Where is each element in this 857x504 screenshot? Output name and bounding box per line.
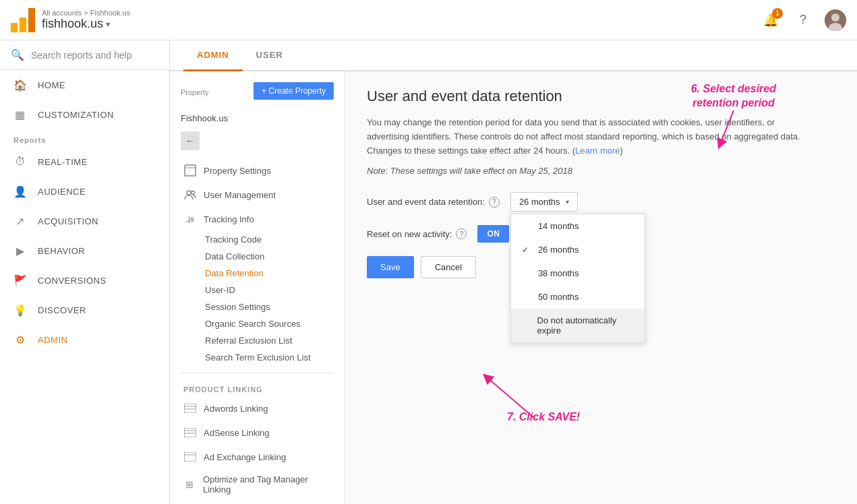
notifications-button[interactable]: 🔔 1 xyxy=(760,9,781,31)
data-collection-item[interactable]: Data Collection xyxy=(202,248,334,265)
retention-help-icon[interactable]: ? xyxy=(489,197,500,208)
learn-more-link[interactable]: Learn more xyxy=(575,146,620,156)
svg-rect-7 xyxy=(184,404,196,413)
organic-search-sources-item[interactable]: Organic Search Sources xyxy=(202,315,334,332)
user-management-icon xyxy=(183,188,197,201)
search-placeholder: Search reports and help xyxy=(31,50,131,61)
content-area: Property + Create Property Fishhook.us ←… xyxy=(170,71,857,504)
svg-rect-3 xyxy=(185,165,196,176)
toggle-on-button[interactable]: ON xyxy=(477,225,509,243)
sidebar-item-admin[interactable]: ⚙ ADMIN xyxy=(0,325,169,354)
sidebar-item-home[interactable]: 🏠 HOME xyxy=(0,70,169,100)
data-retention-item[interactable]: Data Retention xyxy=(202,265,334,282)
property-settings-item[interactable]: Property Settings xyxy=(181,158,334,183)
tab-user[interactable]: USER xyxy=(243,40,297,71)
topbar: All accounts > Fishhook.us fishhook.us ▾… xyxy=(0,0,857,40)
sidebar-item-behavior[interactable]: ▶ BEHAVIOR xyxy=(0,236,169,265)
notification-badge: 1 xyxy=(772,8,783,19)
adwords-icon xyxy=(183,402,197,415)
option-14m[interactable]: 14 months xyxy=(511,214,645,238)
note-text: Note: These settings will take effect on… xyxy=(367,166,835,176)
topbar-left: All accounts > Fishhook.us fishhook.us ▾ xyxy=(11,8,130,32)
avatar[interactable] xyxy=(825,9,846,31)
svg-rect-10 xyxy=(184,428,196,437)
ga-logo xyxy=(11,8,35,32)
svg-line-16 xyxy=(487,377,534,418)
right-panel: 6. Select desiredretention period User a… xyxy=(345,71,857,504)
user-management-item[interactable]: User Management xyxy=(181,183,334,207)
retention-label: User and event data retention: ? xyxy=(367,197,500,208)
sidebar-item-realtime[interactable]: ⏱ REAL-TIME xyxy=(0,147,169,177)
option-never[interactable]: Do not automatically expire xyxy=(511,309,645,342)
optimize-icon: ⊞ xyxy=(183,478,196,491)
panel-description: You may change the retention period for … xyxy=(367,116,812,158)
back-button[interactable]: ← xyxy=(181,131,200,150)
adwords-linking-item[interactable]: Adwords Linking xyxy=(181,396,334,420)
help-button[interactable]: ? xyxy=(792,9,814,31)
svg-rect-13 xyxy=(184,452,196,462)
reset-label: Reset on new activity: ? xyxy=(367,228,467,239)
reports-section-label: Reports xyxy=(0,129,169,147)
admin-tabs: ADMIN USER xyxy=(170,40,857,71)
acquisition-icon: ↗ xyxy=(13,214,27,228)
save-button[interactable]: Save xyxy=(367,256,414,278)
ad-exchange-icon xyxy=(183,450,197,464)
annotation-step7: 7. Click SAVE! xyxy=(507,411,580,423)
option-50m[interactable]: 50 months xyxy=(511,285,645,309)
sidebar-item-customization[interactable]: ▦ CUSTOMIZATION xyxy=(0,100,169,129)
account-name[interactable]: fishhook.us ▾ xyxy=(42,17,130,31)
optimize-tag-manager-item[interactable]: ⊞ Optimize and Tag Manager Linking xyxy=(181,469,334,500)
panel-title: User and event data retention xyxy=(367,88,835,105)
session-settings-item[interactable]: Session Settings xyxy=(202,298,334,315)
annotation-step7-arrow xyxy=(480,364,561,418)
product-linking-header: PRODUCT LINKING xyxy=(181,380,334,396)
svg-point-6 xyxy=(191,191,195,195)
customization-icon: ▦ xyxy=(13,108,27,121)
search-term-exclusion-item[interactable]: Search Term Exclusion List xyxy=(202,349,334,366)
referral-exclusion-list-item[interactable]: Referral Exclusion List xyxy=(202,332,334,349)
sidebar: 🔍 Search reports and help 🏠 HOME ▦ CUSTO… xyxy=(0,40,170,504)
option-38m[interactable]: 38 months xyxy=(511,261,645,285)
reset-help-icon[interactable]: ? xyxy=(456,228,467,239)
retention-setting-row: User and event data retention: ? 26 mont… xyxy=(367,192,835,212)
create-property-button[interactable]: + Create Property xyxy=(254,82,334,100)
property-panel: Property + Create Property Fishhook.us ←… xyxy=(170,71,345,504)
tracking-info-icon: .js xyxy=(183,212,197,226)
search-icon: 🔍 xyxy=(11,49,24,61)
tracking-info-item[interactable]: .js Tracking Info xyxy=(181,207,334,231)
sidebar-item-conversions[interactable]: 🚩 CONVERSIONS xyxy=(0,265,169,295)
retention-dropdown-button[interactable]: 26 months ▾ xyxy=(510,192,578,212)
topbar-right: 🔔 1 ? xyxy=(760,9,846,31)
sidebar-item-acquisition[interactable]: ↗ ACQUISITION xyxy=(0,206,169,236)
layout: 🔍 Search reports and help 🏠 HOME ▦ CUSTO… xyxy=(0,40,857,504)
account-info: All accounts > Fishhook.us fishhook.us ▾ xyxy=(42,9,130,31)
discover-icon: 💡 xyxy=(13,303,27,317)
user-id-item[interactable]: User-ID xyxy=(202,282,334,298)
adsense-icon xyxy=(183,426,197,439)
property-name: Fishhook.us xyxy=(181,113,334,123)
option-26m[interactable]: ✓ 26 months xyxy=(511,238,645,261)
property-label: Property xyxy=(181,88,209,96)
sidebar-item-discover[interactable]: 💡 DISCOVER xyxy=(0,295,169,325)
ad-exchange-linking-item[interactable]: Ad Exchange Linking xyxy=(181,445,334,469)
sidebar-item-audience[interactable]: 👤 AUDIENCE xyxy=(0,177,169,206)
tab-admin[interactable]: ADMIN xyxy=(183,40,243,71)
all-products-item[interactable]: ▦ All Products xyxy=(181,500,334,504)
account-dropdown-icon: ▾ xyxy=(106,20,110,29)
retention-dropdown-menu: 14 months ✓ 26 months 38 months xyxy=(510,214,645,343)
property-settings-icon xyxy=(183,164,197,177)
search-bar[interactable]: 🔍 Search reports and help xyxy=(0,40,169,70)
admin-icon: ⚙ xyxy=(13,333,27,346)
dropdown-chevron-icon: ▾ xyxy=(566,198,569,206)
audience-icon: 👤 xyxy=(13,185,27,198)
tracking-submenu: Tracking Code Data Collection Data Reten… xyxy=(181,231,334,366)
conversions-icon: 🚩 xyxy=(13,274,27,287)
tracking-code-item[interactable]: Tracking Code xyxy=(202,231,334,248)
main-content: ADMIN USER Property + Create Property Fi… xyxy=(170,40,857,504)
realtime-icon: ⏱ xyxy=(13,155,27,168)
behavior-icon: ▶ xyxy=(13,244,27,257)
svg-point-5 xyxy=(187,191,191,195)
cancel-button[interactable]: Cancel xyxy=(421,256,476,278)
adsense-linking-item[interactable]: AdSense Linking xyxy=(181,420,334,445)
breadcrumb: All accounts > Fishhook.us xyxy=(42,9,130,17)
